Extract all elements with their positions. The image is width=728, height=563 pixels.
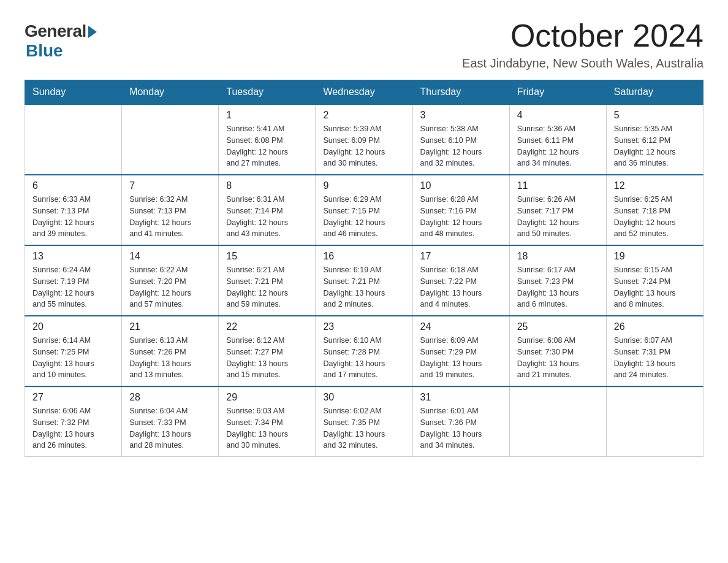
day-number: 28 — [129, 392, 211, 403]
day-cell-22: 21Sunrise: 6:13 AM Sunset: 7:26 PM Dayli… — [122, 316, 219, 386]
day-info: Sunrise: 6:04 AM Sunset: 7:33 PM Dayligh… — [129, 405, 211, 451]
calendar-header: SundayMondayTuesdayWednesdayThursdayFrid… — [25, 80, 703, 105]
week-row-3: 13Sunrise: 6:24 AM Sunset: 7:19 PM Dayli… — [25, 245, 703, 316]
day-number: 5 — [614, 110, 696, 121]
day-cell-24: 23Sunrise: 6:10 AM Sunset: 7:28 PM Dayli… — [316, 316, 412, 386]
day-number: 18 — [517, 251, 599, 262]
day-cell-28: 27Sunrise: 6:06 AM Sunset: 7:32 PM Dayli… — [25, 386, 122, 457]
day-cell-20: 19Sunrise: 6:15 AM Sunset: 7:24 PM Dayli… — [606, 245, 703, 316]
day-info: Sunrise: 6:33 AM Sunset: 7:13 PM Dayligh… — [32, 194, 114, 240]
day-info: Sunrise: 6:32 AM Sunset: 7:13 PM Dayligh… — [129, 194, 211, 240]
day-number: 10 — [420, 180, 502, 191]
week-row-1: 1Sunrise: 5:41 AM Sunset: 6:08 PM Daylig… — [25, 104, 703, 175]
day-info: Sunrise: 6:12 AM Sunset: 7:27 PM Dayligh… — [226, 335, 308, 381]
day-info: Sunrise: 6:09 AM Sunset: 7:29 PM Dayligh… — [420, 335, 502, 381]
logo-triangle-icon — [88, 26, 97, 38]
day-info: Sunrise: 6:01 AM Sunset: 7:36 PM Dayligh… — [420, 405, 502, 451]
day-cell-12: 11Sunrise: 6:26 AM Sunset: 7:17 PM Dayli… — [509, 175, 606, 245]
logo: General Blue — [25, 18, 97, 61]
title-section: October 2024 East Jindabyne, New South W… — [462, 18, 703, 71]
day-info: Sunrise: 6:15 AM Sunset: 7:24 PM Dayligh… — [614, 264, 696, 310]
day-info: Sunrise: 5:35 AM Sunset: 6:12 PM Dayligh… — [614, 123, 696, 169]
day-info: Sunrise: 6:19 AM Sunset: 7:21 PM Dayligh… — [323, 264, 404, 310]
day-number: 6 — [32, 180, 114, 191]
day-info: Sunrise: 6:08 AM Sunset: 7:30 PM Dayligh… — [517, 335, 599, 381]
day-cell-0 — [25, 104, 122, 175]
day-number: 19 — [614, 251, 696, 262]
day-cell-14: 13Sunrise: 6:24 AM Sunset: 7:19 PM Dayli… — [25, 245, 122, 316]
day-info: Sunrise: 6:02 AM Sunset: 7:35 PM Dayligh… — [323, 405, 404, 451]
location-text: East Jindabyne, New South Wales, Austral… — [462, 56, 703, 71]
week-row-5: 27Sunrise: 6:06 AM Sunset: 7:32 PM Dayli… — [25, 386, 703, 457]
day-info: Sunrise: 6:06 AM Sunset: 7:32 PM Dayligh… — [32, 405, 114, 451]
day-number: 15 — [226, 251, 308, 262]
day-cell-5: 4Sunrise: 5:36 AM Sunset: 6:11 PM Daylig… — [509, 104, 606, 175]
calendar-body: 1Sunrise: 5:41 AM Sunset: 6:08 PM Daylig… — [25, 104, 703, 457]
day-info: Sunrise: 6:03 AM Sunset: 7:34 PM Dayligh… — [226, 405, 308, 451]
day-number: 3 — [420, 110, 502, 121]
day-cell-23: 22Sunrise: 6:12 AM Sunset: 7:27 PM Dayli… — [219, 316, 316, 386]
day-number: 14 — [129, 251, 211, 262]
day-cell-4: 3Sunrise: 5:38 AM Sunset: 6:10 PM Daylig… — [412, 104, 509, 175]
day-cell-26: 25Sunrise: 6:08 AM Sunset: 7:30 PM Dayli… — [509, 316, 606, 386]
day-number: 9 — [323, 180, 404, 191]
day-info: Sunrise: 6:21 AM Sunset: 7:21 PM Dayligh… — [226, 264, 308, 310]
day-number: 1 — [226, 110, 308, 121]
day-number: 21 — [129, 321, 211, 332]
day-info: Sunrise: 6:13 AM Sunset: 7:26 PM Dayligh… — [129, 335, 211, 381]
day-cell-17: 16Sunrise: 6:19 AM Sunset: 7:21 PM Dayli… — [316, 245, 412, 316]
day-number: 4 — [517, 110, 599, 121]
day-cell-10: 9Sunrise: 6:29 AM Sunset: 7:15 PM Daylig… — [316, 175, 412, 245]
logo-blue-text: Blue — [26, 41, 63, 61]
day-info: Sunrise: 6:14 AM Sunset: 7:25 PM Dayligh… — [32, 335, 114, 381]
day-cell-34 — [606, 386, 703, 457]
day-cell-9: 8Sunrise: 6:31 AM Sunset: 7:14 PM Daylig… — [219, 175, 316, 245]
day-cell-11: 10Sunrise: 6:28 AM Sunset: 7:16 PM Dayli… — [412, 175, 509, 245]
day-cell-6: 5Sunrise: 5:35 AM Sunset: 6:12 PM Daylig… — [606, 104, 703, 175]
day-number: 26 — [614, 321, 696, 332]
day-info: Sunrise: 5:39 AM Sunset: 6:09 PM Dayligh… — [323, 123, 404, 169]
day-cell-15: 14Sunrise: 6:22 AM Sunset: 7:20 PM Dayli… — [122, 245, 219, 316]
day-info: Sunrise: 5:38 AM Sunset: 6:10 PM Dayligh… — [420, 123, 502, 169]
day-cell-30: 29Sunrise: 6:03 AM Sunset: 7:34 PM Dayli… — [219, 386, 316, 457]
day-info: Sunrise: 5:36 AM Sunset: 6:11 PM Dayligh… — [517, 123, 599, 169]
day-number: 27 — [32, 392, 114, 403]
day-cell-31: 30Sunrise: 6:02 AM Sunset: 7:35 PM Dayli… — [316, 386, 412, 457]
logo-general-text: General — [25, 21, 86, 41]
day-number: 31 — [420, 392, 502, 403]
header-cell-wednesday: Wednesday — [316, 80, 412, 105]
day-cell-21: 20Sunrise: 6:14 AM Sunset: 7:25 PM Dayli… — [25, 316, 122, 386]
day-number: 13 — [32, 251, 114, 262]
day-cell-13: 12Sunrise: 6:25 AM Sunset: 7:18 PM Dayli… — [606, 175, 703, 245]
day-info: Sunrise: 6:29 AM Sunset: 7:15 PM Dayligh… — [323, 194, 404, 240]
day-cell-33 — [509, 386, 606, 457]
calendar-table: SundayMondayTuesdayWednesdayThursdayFrid… — [25, 80, 703, 457]
day-cell-16: 15Sunrise: 6:21 AM Sunset: 7:21 PM Dayli… — [219, 245, 316, 316]
header-cell-saturday: Saturday — [606, 80, 703, 105]
day-number: 29 — [226, 392, 308, 403]
day-cell-7: 6Sunrise: 6:33 AM Sunset: 7:13 PM Daylig… — [25, 175, 122, 245]
day-number: 2 — [323, 110, 404, 121]
header-cell-friday: Friday — [509, 80, 606, 105]
day-info: Sunrise: 6:31 AM Sunset: 7:14 PM Dayligh… — [226, 194, 308, 240]
day-number: 22 — [226, 321, 308, 332]
day-cell-2: 1Sunrise: 5:41 AM Sunset: 6:08 PM Daylig… — [219, 104, 316, 175]
header-cell-sunday: Sunday — [25, 80, 122, 105]
day-info: Sunrise: 6:25 AM Sunset: 7:18 PM Dayligh… — [614, 194, 696, 240]
day-number: 7 — [129, 180, 211, 191]
header-cell-thursday: Thursday — [412, 80, 509, 105]
day-info: Sunrise: 6:26 AM Sunset: 7:17 PM Dayligh… — [517, 194, 599, 240]
day-cell-3: 2Sunrise: 5:39 AM Sunset: 6:09 PM Daylig… — [316, 104, 412, 175]
header-cell-monday: Monday — [122, 80, 219, 105]
day-cell-25: 24Sunrise: 6:09 AM Sunset: 7:29 PM Dayli… — [412, 316, 509, 386]
day-number: 11 — [517, 180, 599, 191]
page-header: General Blue October 2024 East Jindabyne… — [25, 18, 703, 71]
day-cell-8: 7Sunrise: 6:32 AM Sunset: 7:13 PM Daylig… — [122, 175, 219, 245]
header-row: SundayMondayTuesdayWednesdayThursdayFrid… — [25, 80, 703, 105]
day-info: Sunrise: 6:07 AM Sunset: 7:31 PM Dayligh… — [614, 335, 696, 381]
day-info: Sunrise: 6:18 AM Sunset: 7:22 PM Dayligh… — [420, 264, 502, 310]
day-cell-32: 31Sunrise: 6:01 AM Sunset: 7:36 PM Dayli… — [412, 386, 509, 457]
day-number: 17 — [420, 251, 502, 262]
day-info: Sunrise: 6:17 AM Sunset: 7:23 PM Dayligh… — [517, 264, 599, 310]
day-number: 20 — [32, 321, 114, 332]
